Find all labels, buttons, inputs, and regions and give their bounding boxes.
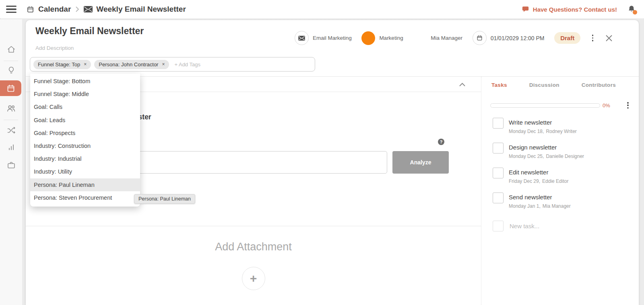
task-meta: Monday Jan 1,Mia Manager [509,203,573,209]
top-bar: Calendar Weekly Email Newsletter Have Qu… [0,0,644,19]
task-checkbox[interactable] [493,143,504,154]
dropdown-option[interactable]: Industry: Construction [30,139,140,152]
date-calendar-icon [473,31,487,45]
task-options-icon[interactable] [625,100,630,110]
task-meta: Friday Dec 29,Eddie Editor [509,178,570,184]
briefcase-icon [6,160,16,170]
tags-dropdown: Funnel Stage: Bottom Funnel Stage: Middl… [30,74,140,207]
tag-chip-label: Persona: John Contractor [99,61,158,68]
task-meta: Monday Dec 18,Rodney Writer [509,129,579,134]
tab-contributors[interactable]: Contributors [582,82,616,88]
header-meta-row: Email Marketing Marketing Mia Manager 01… [295,31,613,45]
add-attachment-label: Add Attachment [26,241,481,253]
tag-chip[interactable]: Persona: John Contractor × [94,60,169,69]
remove-tag-icon[interactable]: × [162,62,165,67]
email-type-icon [295,31,309,45]
lightbulb-icon [6,66,16,75]
new-task-checkbox [493,221,504,231]
task-assignee: Danielle Designer [546,154,584,159]
sidebar-item-projects[interactable] [0,160,22,170]
left-sidebar [0,19,22,305]
notification-badge [633,10,637,14]
task-meta: Monday Dec 25,Danielle Designer [509,154,586,159]
tab-tasks[interactable]: Tasks [491,82,507,88]
avatar [413,31,427,45]
sidebar-item-calendar-active[interactable] [0,80,21,96]
close-icon[interactable] [605,34,613,42]
task-title[interactable]: Design newsletter [509,144,586,151]
calendar-icon [6,84,16,93]
category-color-dot [361,31,375,45]
schedule-selector[interactable]: 01/01/2029 12:00 PM [473,31,545,45]
task-checkbox[interactable] [493,118,504,129]
collapse-section-icon[interactable] [459,82,466,87]
breadcrumb-section[interactable]: Calendar [38,5,71,14]
notifications-bell-icon[interactable] [627,4,636,14]
task-title[interactable]: Edit newsletter [509,169,570,176]
panel-tabs: Tasks Discussion Contributors [481,77,639,88]
task-due-date: Monday Dec 18, [509,129,544,134]
task-panel: Tasks Discussion Contributors 0% Write n… [481,77,639,305]
dropdown-option[interactable]: Goal: Prospects [30,127,140,139]
task-due-date: Monday Jan 1, [509,203,541,209]
new-task-row [481,221,639,231]
task-title[interactable]: Write newsletter [509,119,579,126]
help-icon[interactable]: ? [438,139,444,145]
owner-selector[interactable]: Mia Manager [413,31,462,45]
speech-bubble-icon [522,6,529,13]
breadcrumb-item: Weekly Email Newsletter [96,5,186,14]
task-row: Write newsletter Monday Dec 18,Rodney Wr… [481,118,639,134]
task-assignee: Eddie Editor [542,178,568,184]
more-options-icon[interactable] [590,33,595,43]
dropdown-option[interactable]: Persona: Steven Procurement [30,191,140,204]
tag-chip[interactable]: Funnel Stage: Top × [33,60,91,69]
dropdown-option-highlighted[interactable]: Persona: Paul Lineman [30,178,140,191]
dropdown-option[interactable]: Goal: Leads [30,114,140,127]
task-row: Design newsletter Monday Dec 25,Danielle… [481,143,639,159]
task-title[interactable]: Send newsletter [509,194,573,201]
chevron-right-icon [74,6,80,12]
sidebar-item-analytics[interactable] [0,142,22,152]
hover-tooltip: Persona: Paul Lineman [134,194,195,204]
task-list: Write newsletter Monday Dec 18,Rodney Wr… [481,118,639,231]
calendar-icon [26,5,35,14]
new-task-input[interactable] [509,222,591,230]
hamburger-menu-icon[interactable] [6,6,17,13]
task-checkbox[interactable] [493,192,504,203]
bar-chart-icon [6,142,16,152]
dropdown-option[interactable]: Goal: Calls [30,100,140,113]
sidebar-item-shuffle[interactable] [0,126,22,135]
sidebar-item-team[interactable] [0,103,22,113]
tags-input[interactable]: Funnel Stage: Top × Persona: John Contra… [30,57,315,72]
add-attachment-button[interactable]: + [242,267,265,290]
task-progress-percent: 0% [603,102,610,108]
shuffle-icon [6,126,16,135]
task-assignee: Rodney Writer [546,129,576,134]
category-selector[interactable]: Marketing [361,31,403,45]
dropdown-option[interactable]: Funnel Stage: Middle [30,88,140,100]
analyze-button[interactable]: Analyze [392,151,449,174]
status-badge[interactable]: Draft [554,32,580,44]
add-description-field[interactable]: Add Description [35,45,74,51]
app-root: Calendar Weekly Email Newsletter Have Qu… [0,0,644,305]
contact-us-link[interactable]: Have Questions? Contact us! [533,6,617,13]
page-title: Weekly Email Newsletter [35,26,144,37]
task-checkbox[interactable] [493,168,504,178]
home-icon [6,45,16,54]
sidebar-item-ideas[interactable] [0,66,22,75]
sidebar-item-home[interactable] [0,45,22,54]
dropdown-option[interactable]: Industry: Utility [30,165,140,178]
content-type-selector[interactable]: Email Marketing [295,31,352,45]
remove-tag-icon[interactable]: × [84,62,87,67]
team-icon [6,103,16,113]
scheduled-datetime: 01/01/2029 12:00 PM [491,35,545,41]
section-divider [26,226,481,226]
add-tags-placeholder[interactable]: + Add Tags [174,61,200,68]
content-type-label: Email Marketing [313,35,352,41]
dropdown-option[interactable]: Funnel Stage: Bottom [30,75,140,88]
tab-discussion[interactable]: Discussion [529,82,559,88]
task-due-date: Monday Dec 25, [509,154,544,159]
breadcrumb: Calendar Weekly Email Newsletter [26,5,186,14]
dropdown-option[interactable]: Industry: Industrial [30,152,140,165]
task-row: Edit newsletter Friday Dec 29,Eddie Edit… [481,168,639,184]
